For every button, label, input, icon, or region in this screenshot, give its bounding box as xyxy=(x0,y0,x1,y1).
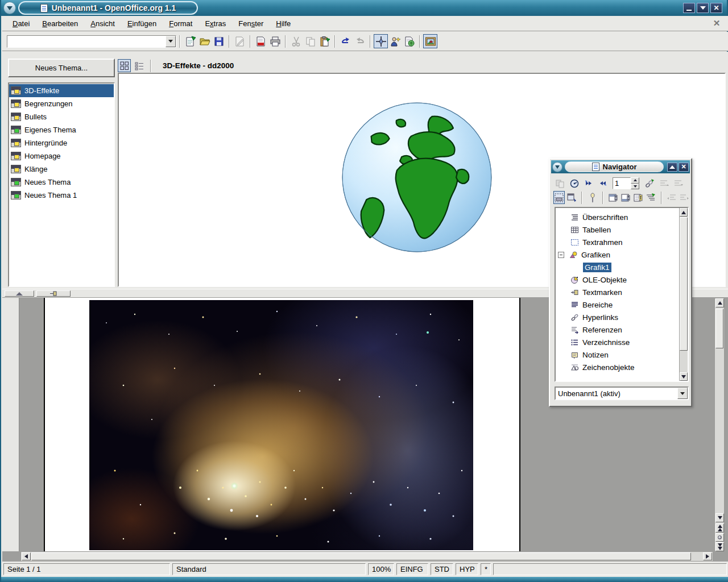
theme-item-neues-thema[interactable]: Neues Thema xyxy=(9,176,114,189)
scroll-up-button[interactable] xyxy=(715,298,724,307)
footer-button[interactable] xyxy=(620,191,631,204)
tree-item-textrahmen[interactable]: Textrahmen xyxy=(556,236,688,248)
next-page-button[interactable] xyxy=(715,542,724,551)
tree-scrollbar[interactable] xyxy=(679,208,688,381)
theme-item-eigenes-thema[interactable]: Eigenes Thema xyxy=(9,123,114,136)
status-selection-mode[interactable]: STD xyxy=(431,563,453,575)
content-view-button[interactable] xyxy=(566,191,577,204)
promote-level-button[interactable] xyxy=(666,191,677,204)
vertical-scrollbar[interactable] xyxy=(714,298,725,551)
url-input[interactable] xyxy=(7,36,166,47)
cut-button[interactable] xyxy=(289,34,303,48)
tree-item-hyperlinks[interactable]: Hyperlinks xyxy=(556,311,688,323)
spin-up-button[interactable] xyxy=(631,177,639,184)
save-button[interactable] xyxy=(212,34,226,48)
status-zoom[interactable]: 100% xyxy=(368,563,394,575)
menu-extras[interactable]: Extras xyxy=(199,17,231,30)
menu-einfuegen[interactable]: Einfügen xyxy=(122,17,162,30)
theme-item-klaenge[interactable]: Klänge xyxy=(9,163,114,176)
next-object-button[interactable] xyxy=(596,177,609,190)
demote-chapter-button[interactable] xyxy=(671,177,684,190)
edit-file-button[interactable] xyxy=(233,34,247,48)
minimize-button[interactable] xyxy=(683,3,695,13)
menu-datei[interactable]: Datei xyxy=(7,17,35,30)
previous-object-button[interactable] xyxy=(582,177,595,190)
set-reminder-button[interactable] xyxy=(586,191,598,204)
theme-item-begrenzungen[interactable]: Begrenzungen xyxy=(9,97,114,110)
url-dropdown-button[interactable] xyxy=(166,36,176,47)
new-theme-button[interactable]: Neues Thema... xyxy=(8,59,115,77)
menu-fenster[interactable]: Fenster xyxy=(233,17,269,30)
detail-view-button[interactable] xyxy=(133,59,146,72)
nebula-image[interactable] xyxy=(89,300,473,550)
export-pdf-button[interactable] xyxy=(254,34,268,48)
navigation-toolbox-button[interactable] xyxy=(568,177,581,190)
document-select-dropdown[interactable]: Unbenannt1 (aktiv) xyxy=(555,386,689,400)
navigator-close-button[interactable]: ✕ xyxy=(679,163,689,172)
globe-image[interactable] xyxy=(341,101,493,253)
previous-page-button[interactable] xyxy=(715,523,724,533)
window-menu-button[interactable] xyxy=(3,2,16,14)
horizontal-scrollbar[interactable] xyxy=(20,551,713,562)
vertical-scroll-thumb[interactable] xyxy=(715,309,723,348)
anchor-text-button[interactable] xyxy=(632,191,644,204)
spin-down-button[interactable] xyxy=(631,184,639,190)
navigator-titlebar[interactable]: Navigator ✕ xyxy=(551,160,690,173)
close-document-icon[interactable]: ✕ xyxy=(712,19,721,28)
status-page-style[interactable]: Standard xyxy=(172,563,366,575)
menu-bearbeiten[interactable]: Bearbeiten xyxy=(36,17,84,30)
print-button[interactable] xyxy=(268,34,282,48)
splitter-stick-button[interactable] xyxy=(36,290,71,297)
paste-button[interactable] xyxy=(317,34,332,48)
theme-item-3d-effekte[interactable]: 3D-Effekte xyxy=(9,84,114,97)
navigation-button[interactable] xyxy=(715,533,724,542)
status-hyperlink-mode[interactable]: HYP xyxy=(456,563,478,575)
icon-view-button[interactable] xyxy=(118,59,131,72)
horizontal-scroll-thumb[interactable] xyxy=(31,552,691,560)
stylist-toggle-button[interactable] xyxy=(388,34,402,48)
undo-button[interactable] xyxy=(338,34,353,48)
tree-item-ueberschriften[interactable]: Überschriften xyxy=(556,211,688,223)
tree-item-verzeichnisse[interactable]: Verzeichnisse xyxy=(556,336,688,348)
close-button[interactable]: ✕ xyxy=(710,3,722,13)
tree-scroll-up-button[interactable] xyxy=(680,208,688,217)
navigator-menu-button[interactable] xyxy=(552,162,562,172)
tree-item-grafiken[interactable]: Grafiken xyxy=(556,248,688,261)
redo-button[interactable] xyxy=(353,34,367,48)
open-button[interactable] xyxy=(197,34,212,48)
tree-item-notizen[interactable]: Notizen xyxy=(556,348,688,361)
outline-level-button[interactable] xyxy=(645,191,656,204)
tree-scroll-thumb[interactable] xyxy=(680,217,688,351)
tree-item-bereiche[interactable]: Bereiche xyxy=(556,298,688,311)
tree-item-ole-objekte[interactable]: OLE-Objekte xyxy=(556,273,688,286)
copy-button[interactable] xyxy=(303,34,317,48)
navigator-toggle-button[interactable] xyxy=(374,34,388,48)
theme-item-homepage[interactable]: Homepage xyxy=(9,149,114,163)
status-insert-mode[interactable]: EINFG xyxy=(396,563,428,575)
theme-item-hintergruende[interactable]: Hintergründe xyxy=(9,136,114,149)
tree-item-tabellen[interactable]: Tabellen xyxy=(556,223,688,236)
scroll-down-button[interactable] xyxy=(715,513,724,522)
menu-ansicht[interactable]: Ansicht xyxy=(85,17,121,30)
menu-hilfe[interactable]: Hilfe xyxy=(270,17,296,30)
demote-level-button[interactable] xyxy=(679,191,690,204)
toggle-master-view-button[interactable] xyxy=(553,177,566,190)
drag-mode-button[interactable] xyxy=(643,177,656,190)
header-button[interactable] xyxy=(607,191,619,204)
page-number-input[interactable] xyxy=(613,177,631,189)
listbox-toggle-button[interactable] xyxy=(553,191,565,204)
tree-item-referenzen[interactable]: Referenzen xyxy=(556,323,688,336)
shade-button[interactable] xyxy=(697,3,709,13)
promote-chapter-button[interactable] xyxy=(657,177,670,190)
collapse-expander-icon[interactable] xyxy=(558,252,564,258)
theme-item-bullets[interactable]: Bullets xyxy=(9,110,114,123)
theme-item-neues-thema-1[interactable]: Neues Thema 1 xyxy=(9,189,114,202)
navigator-stick-button[interactable] xyxy=(667,163,677,172)
hyperlink-dialog-button[interactable] xyxy=(402,34,416,48)
dropdown-button[interactable] xyxy=(677,388,688,399)
tree-item-textmarken[interactable]: Textmarken xyxy=(556,286,688,298)
menu-format[interactable]: Format xyxy=(163,17,198,30)
tree-item-grafik1[interactable]: Grafik1 xyxy=(556,261,688,273)
gallery-toggle-button[interactable] xyxy=(423,34,437,48)
splitter-collapse-button[interactable] xyxy=(5,290,34,297)
